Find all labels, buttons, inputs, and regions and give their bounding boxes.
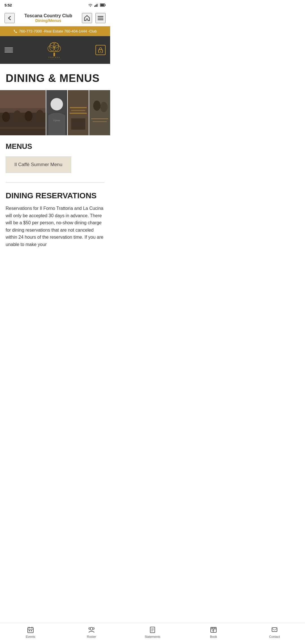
nav-item-roster[interactable]: Roster	[61, 626, 110, 638]
phone-icon	[13, 29, 17, 33]
roster-icon	[88, 626, 95, 634]
gallery-photo-3	[68, 90, 89, 135]
reservations-title: DINING RESERVATIONS	[6, 191, 104, 200]
svg-point-28	[51, 98, 63, 110]
events-label: Events	[26, 635, 35, 638]
svg-point-36	[93, 101, 101, 111]
svg-rect-21	[0, 113, 46, 135]
hamburger-icon	[97, 15, 104, 21]
svg-rect-2	[97, 4, 97, 7]
wifi-icon	[88, 3, 93, 7]
svg-rect-20	[0, 90, 46, 135]
lock-icon	[98, 47, 103, 53]
app-header: Toscana Country Club Dining/Menus	[0, 10, 110, 26]
back-arrow-icon	[7, 15, 12, 21]
svg-rect-10	[53, 53, 55, 56]
battery-icon	[100, 3, 106, 7]
site-hamburger-button[interactable]	[5, 48, 13, 52]
phone-text: 760-772-7000 -Real Estate 760-404-1444 -…	[19, 29, 97, 33]
svg-point-37	[100, 102, 108, 112]
il-caffe-summer-menu-button[interactable]: Il Caffè Summer Menu	[6, 156, 71, 173]
svg-rect-38	[91, 118, 108, 119]
app-header-center: Toscana Country Club Dining/Menus	[15, 13, 82, 23]
gallery-photo-1	[0, 90, 46, 135]
site-header: TOSCANA COUNTRY CLUB	[0, 36, 110, 64]
svg-rect-45	[31, 630, 32, 631]
svg-rect-32	[71, 110, 85, 111]
svg-point-19	[100, 51, 101, 52]
nav-item-events[interactable]: Events	[0, 626, 61, 638]
gallery-photo-2: il forno	[46, 90, 67, 135]
back-button[interactable]	[5, 13, 15, 23]
svg-rect-44	[29, 630, 30, 631]
events-svg-icon	[27, 626, 34, 634]
svg-point-25	[36, 110, 44, 120]
home-icon	[84, 15, 90, 21]
svg-point-22	[2, 112, 10, 122]
signal-icon	[94, 3, 98, 7]
site-logo: TOSCANA COUNTRY CLUB	[40, 40, 68, 60]
toscana-logo: TOSCANA COUNTRY CLUB	[40, 40, 68, 59]
page-title-section: DINING & MENUS	[0, 64, 110, 90]
status-icons	[88, 3, 106, 7]
menus-section: MENUS Il Caffè Summer Menu	[0, 135, 110, 180]
svg-rect-40	[28, 628, 33, 633]
club-name: Toscana Country Club	[15, 13, 82, 18]
svg-rect-33	[70, 113, 87, 114]
svg-rect-1	[95, 5, 96, 7]
phone-bar[interactable]: 760-772-7000 -Real Estate 760-404-1444 -…	[0, 26, 110, 36]
gallery-image-1	[0, 90, 46, 135]
svg-rect-0	[94, 6, 95, 7]
gallery-image-4	[89, 90, 110, 135]
svg-rect-5	[105, 5, 106, 6]
svg-rect-3	[98, 3, 98, 7]
events-icon	[27, 626, 34, 634]
page-name: Dining/Menus	[15, 18, 82, 23]
section-divider	[6, 182, 104, 183]
status-time: 5:52	[5, 3, 12, 7]
svg-rect-26	[0, 127, 46, 129]
roster-label: Roster	[87, 635, 96, 638]
menus-title: MENUS	[6, 142, 104, 151]
gallery-image-3	[68, 90, 89, 135]
roster-svg-icon	[88, 626, 95, 634]
svg-text:COUNTRY CLUB: COUNTRY CLUB	[47, 59, 61, 59]
reservations-section: DINING RESERVATIONS Reservations for Il …	[0, 186, 110, 253]
svg-point-13	[55, 45, 61, 52]
svg-text:TOSCANA: TOSCANA	[48, 56, 60, 58]
svg-point-24	[25, 111, 32, 121]
svg-point-23	[13, 110, 21, 121]
bottom-nav: Events Roster Statements	[0, 623, 110, 644]
menu-button[interactable]	[95, 13, 106, 23]
login-button[interactable]	[95, 45, 106, 55]
gallery-image-2: il forno	[46, 90, 67, 135]
svg-text:il forno: il forno	[54, 119, 60, 122]
svg-rect-31	[70, 107, 87, 108]
svg-rect-34	[71, 118, 85, 130]
gallery-photo-4	[89, 90, 110, 135]
svg-rect-35	[89, 90, 110, 135]
app-header-right	[82, 13, 106, 23]
page-title: DINING & MENUS	[6, 72, 104, 84]
home-button[interactable]	[82, 13, 92, 23]
svg-point-12	[48, 45, 54, 52]
reservations-body: Reservations for Il Forno Trattoria and …	[6, 205, 104, 248]
svg-rect-39	[93, 121, 107, 122]
status-bar: 5:52	[0, 0, 110, 10]
photo-gallery: il forno	[0, 90, 110, 135]
svg-rect-6	[101, 4, 104, 6]
